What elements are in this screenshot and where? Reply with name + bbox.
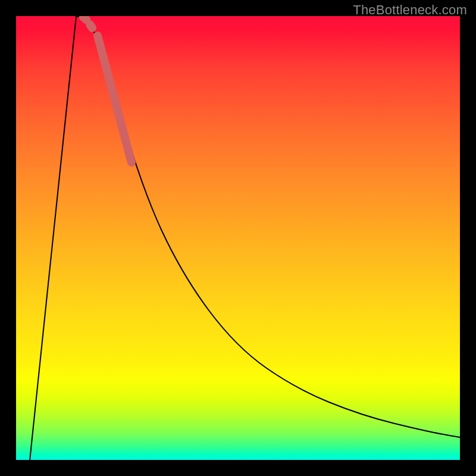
curve-path — [28, 16, 460, 460]
highlight-group — [83, 17, 131, 162]
plot-area — [16, 16, 460, 460]
mid-dot-upper — [90, 24, 92, 28]
bottleneck-curve — [28, 16, 460, 460]
upper-highlight — [98, 36, 131, 162]
chart-frame: TheBottleneck.com — [0, 0, 476, 476]
watermark-text: TheBottleneck.com — [353, 2, 467, 18]
mid-dot-lower — [83, 17, 86, 20]
curve-layer — [16, 16, 460, 460]
